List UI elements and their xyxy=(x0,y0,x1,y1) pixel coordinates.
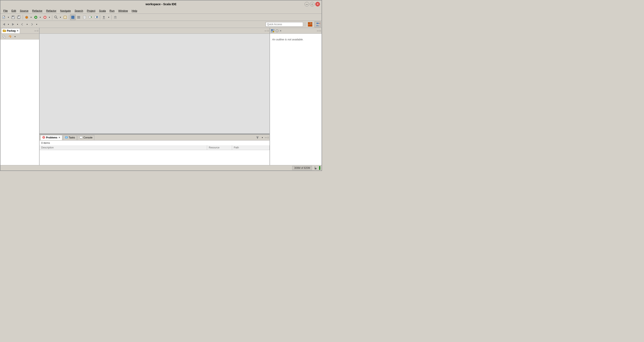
menu-help[interactable]: Help xyxy=(130,9,139,13)
resource-column-header[interactable]: Resource xyxy=(207,145,232,150)
svg-rect-30 xyxy=(73,17,74,17)
svg-point-24 xyxy=(54,16,56,18)
package-explorer-body xyxy=(0,40,39,165)
left-panel: Packag ✕ — □ ▾ xyxy=(0,28,40,165)
scala-perspective-button[interactable] xyxy=(307,22,313,27)
forward-button[interactable] xyxy=(29,22,34,27)
menu-source[interactable]: Source xyxy=(18,9,30,13)
profile-button[interactable] xyxy=(101,14,106,20)
svg-rect-52 xyxy=(310,22,312,23)
svg-rect-54 xyxy=(308,24,312,26)
left-panel-minimize[interactable]: — xyxy=(34,30,36,32)
menu-window[interactable]: Window xyxy=(116,9,130,13)
quick-access-input[interactable] xyxy=(266,22,303,27)
stop-dropdown[interactable]: ▾ xyxy=(48,14,51,20)
next-annotation-dropdown[interactable]: ▾ xyxy=(16,22,19,27)
link-with-editor-button[interactable] xyxy=(7,34,13,39)
right-panel-minimize[interactable]: — xyxy=(317,30,319,32)
menu-navigate[interactable]: Navigate xyxy=(58,9,72,13)
prev-annotation-group: ▾ xyxy=(1,22,10,27)
package-explorer-close[interactable]: ✕ xyxy=(16,29,18,32)
intro-button[interactable] xyxy=(88,14,93,20)
svg-rect-69 xyxy=(65,136,68,138)
center-panel: — □ xyxy=(40,28,270,134)
run-button[interactable] xyxy=(33,14,38,20)
help-contents-button[interactable] xyxy=(82,14,87,20)
maximize-button[interactable]: □ xyxy=(310,2,314,6)
new-file-button[interactable] xyxy=(1,14,7,20)
menu-project[interactable]: Project xyxy=(85,9,97,13)
svg-rect-28 xyxy=(72,16,73,17)
search-button[interactable] xyxy=(53,14,59,20)
outline-icon1 xyxy=(271,29,274,33)
status-indicator xyxy=(319,166,320,170)
menu-refactor1[interactable]: Refactor xyxy=(30,9,44,13)
profile-dropdown[interactable]: ▾ xyxy=(107,14,110,20)
perspective-toggle[interactable] xyxy=(70,14,76,20)
debug-dropdown[interactable]: ▾ xyxy=(29,14,33,20)
team-perspective-button[interactable]: 5 xyxy=(314,22,321,27)
quick-access: 5 xyxy=(266,22,321,27)
stop-button[interactable] xyxy=(42,14,48,20)
tasks-tab[interactable]: Tasks xyxy=(63,135,77,140)
svg-rect-51 xyxy=(308,22,310,24)
svg-text:!: ! xyxy=(44,136,44,139)
menu-file[interactable]: File xyxy=(2,9,9,13)
right-panel-maximize[interactable]: □ xyxy=(320,30,321,32)
bottom-view-menu[interactable]: ▾ xyxy=(261,135,264,140)
run-dropdown[interactable]: ▾ xyxy=(38,14,42,20)
left-panel-maximize[interactable]: □ xyxy=(37,30,38,32)
close-button[interactable]: ✕ xyxy=(315,2,320,6)
svg-marker-74 xyxy=(256,136,259,139)
prev-annotation-dropdown[interactable]: ▾ xyxy=(7,22,10,27)
editor-minimize[interactable]: — xyxy=(264,30,267,32)
collapse-all-button[interactable] xyxy=(1,34,7,39)
menu-edit[interactable]: Edit xyxy=(10,9,18,13)
menu-scala[interactable]: Scala xyxy=(98,9,108,13)
svg-rect-42 xyxy=(96,16,98,18)
path-column-header[interactable]: Path xyxy=(232,145,270,150)
console-tab[interactable]: _ Console xyxy=(78,135,94,140)
menu-refactor2[interactable]: Refactor xyxy=(44,9,58,13)
filter-button[interactable] xyxy=(255,135,260,140)
bottom-body: 0 items Description Resource Path xyxy=(40,140,270,165)
problems-tab[interactable]: ! Problems ✕ xyxy=(40,135,62,140)
pin-button[interactable] xyxy=(112,14,118,20)
svg-text:T: T xyxy=(64,16,66,18)
svg-marker-65 xyxy=(9,36,9,37)
open-type-button[interactable]: T xyxy=(62,14,68,20)
forward-dropdown[interactable]: ▾ xyxy=(35,22,38,27)
problems-tab-close[interactable]: ✕ xyxy=(58,136,60,139)
search-dropdown[interactable]: ▾ xyxy=(59,14,62,20)
external-tools-button[interactable] xyxy=(94,14,99,20)
show-view-button[interactable] xyxy=(76,14,82,20)
svg-line-25 xyxy=(56,18,58,19)
save-button[interactable] xyxy=(10,14,16,20)
menu-search[interactable]: Search xyxy=(73,9,85,13)
gc-button[interactable] xyxy=(313,166,318,170)
editor-maximize[interactable]: □ xyxy=(268,30,269,32)
package-explorer-label: Packag xyxy=(7,29,16,32)
menu-bar: File Edit Source Refactor Refactor Navig… xyxy=(0,8,322,14)
svg-rect-6 xyxy=(12,16,14,17)
description-column-header[interactable]: Description xyxy=(40,145,207,150)
outline-close[interactable]: ✕ xyxy=(280,29,282,32)
prev-annotation-button[interactable] xyxy=(1,22,7,27)
bottom-minimize[interactable]: — xyxy=(265,136,267,139)
bottom-maximize[interactable]: □ xyxy=(268,136,269,139)
next-annotation-button[interactable] xyxy=(10,22,16,27)
forward-group: ▾ xyxy=(35,22,38,27)
back-dropdown[interactable]: ▾ xyxy=(26,22,29,27)
debug-button[interactable] xyxy=(24,14,29,20)
save-all-button[interactable] xyxy=(16,14,22,20)
menu-run[interactable]: Run xyxy=(108,9,116,13)
svg-point-79 xyxy=(276,30,278,32)
left-panel-view-menu[interactable]: ▾ xyxy=(13,34,17,39)
package-explorer-tab[interactable]: Packag ✕ xyxy=(1,28,20,33)
new-file-dropdown[interactable]: ▾ xyxy=(7,14,10,20)
back-button[interactable] xyxy=(20,22,25,27)
memory-info[interactable]: 306M of 820M xyxy=(292,166,312,170)
minimize-button[interactable]: — xyxy=(304,2,309,6)
right-panel-header: ✕ — □ xyxy=(270,28,322,34)
svg-rect-41 xyxy=(95,16,96,18)
